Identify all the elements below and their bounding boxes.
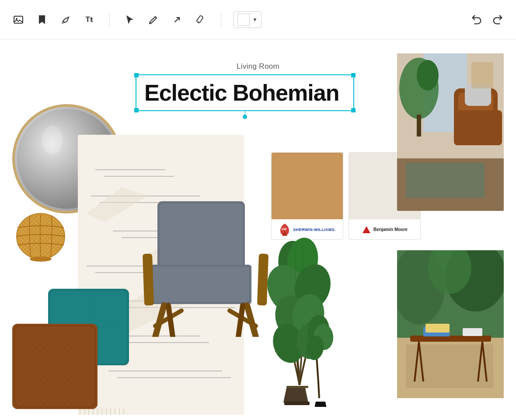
pillow-brown-svg: [12, 324, 98, 409]
svg-rect-85: [286, 386, 308, 388]
swatch-color-sw: [272, 153, 343, 219]
svg-rect-37: [160, 203, 243, 267]
drawing-tools-group: [122, 12, 209, 28]
redo-button[interactable]: [490, 12, 506, 28]
pencil-icon: [195, 14, 206, 25]
handle-bottom-mid[interactable]: [243, 115, 247, 119]
undo-redo-group: [469, 12, 506, 28]
bm-logo: [362, 225, 371, 234]
plant-element[interactable]: [262, 232, 337, 407]
text-tool[interactable]: Tt |: [81, 12, 97, 28]
color-group: ▼: [234, 11, 261, 28]
svg-rect-75: [12, 324, 98, 409]
resize-icon: [172, 14, 182, 25]
chair-svg: [140, 197, 271, 337]
select-tool[interactable]: [122, 12, 138, 28]
media-tools-group: Tt |: [10, 12, 97, 28]
svg-text:SW: SW: [282, 228, 287, 231]
rattan-basket-element[interactable]: [12, 210, 69, 262]
image-icon: [13, 14, 24, 25]
chair-element[interactable]: [140, 197, 271, 337]
title-text[interactable]: Eclectic Bohemian: [144, 80, 345, 106]
undo-button[interactable]: [469, 12, 485, 28]
room-label: Living Room: [237, 62, 279, 71]
plant-svg: [262, 232, 337, 407]
select-arrow-icon: [125, 14, 135, 25]
sw-brand-text: SHERWIN-WILLIAMS.: [293, 228, 335, 232]
undo-icon: [471, 14, 483, 26]
bookmark-icon: [37, 14, 47, 25]
pen-tool[interactable]: [146, 12, 161, 28]
title-box-border: Eclectic Bohemian: [136, 74, 354, 111]
handle-top-right[interactable]: [351, 73, 356, 77]
svg-point-9: [30, 256, 52, 262]
handle-bottom-right[interactable]: [351, 108, 356, 112]
divider-1: [109, 12, 110, 28]
svg-rect-0: [14, 16, 23, 23]
redo-icon: [492, 14, 504, 26]
svg-point-47: [417, 60, 439, 91]
svg-rect-40: [143, 254, 154, 306]
bm-brand-text: Benjamin Moore: [373, 227, 408, 232]
room-photo-br-svg: [397, 250, 504, 398]
brush-icon: [60, 14, 71, 25]
svg-rect-54: [406, 163, 485, 198]
svg-point-2: [150, 22, 151, 23]
svg-point-5: [42, 126, 63, 155]
bookmark-tool[interactable]: [34, 12, 50, 28]
color-dropdown-arrow: ▼: [252, 17, 258, 23]
resize-tool[interactable]: [169, 12, 185, 28]
photo-bottom-right[interactable]: [397, 250, 504, 398]
color-picker-button[interactable]: ▼: [234, 11, 261, 28]
svg-marker-43: [363, 226, 370, 233]
design-canvas[interactable]: Living Room Eclectic Bohemian: [0, 39, 516, 420]
rattan-svg: [12, 210, 69, 262]
handle-top-left[interactable]: [134, 73, 139, 77]
pencil-tool[interactable]: [193, 12, 209, 28]
svg-rect-69: [463, 328, 482, 336]
svg-rect-3: [196, 15, 203, 23]
svg-rect-48: [417, 115, 421, 136]
text-cursor: |: [92, 17, 93, 22]
toolbar: Tt |: [0, 0, 516, 39]
swatch-sherwin-williams[interactable]: SW SHERWIN-WILLIAMS.: [271, 152, 343, 240]
photo-top-right[interactable]: [397, 53, 504, 211]
svg-rect-62: [410, 336, 491, 342]
color-swatch: [237, 14, 250, 26]
svg-rect-68: [425, 324, 450, 332]
pillow-brown-element[interactable]: [12, 324, 98, 409]
svg-rect-39: [153, 267, 249, 302]
title-element[interactable]: Eclectic Bohemian: [136, 74, 354, 111]
swatch-brand-bm: Benjamin Moore: [349, 219, 420, 239]
room-photo-tr-svg: [397, 53, 504, 211]
svg-rect-55: [471, 62, 493, 88]
svg-rect-86: [284, 402, 310, 405]
image-tool[interactable]: [10, 12, 26, 28]
brush-tool[interactable]: [58, 12, 73, 28]
benjamin-moore-brand: Benjamin Moore: [362, 225, 408, 234]
pen-icon: [148, 14, 159, 25]
svg-rect-51: [454, 110, 502, 145]
handle-bottom-left[interactable]: [134, 108, 139, 112]
divider-2: [221, 12, 221, 28]
